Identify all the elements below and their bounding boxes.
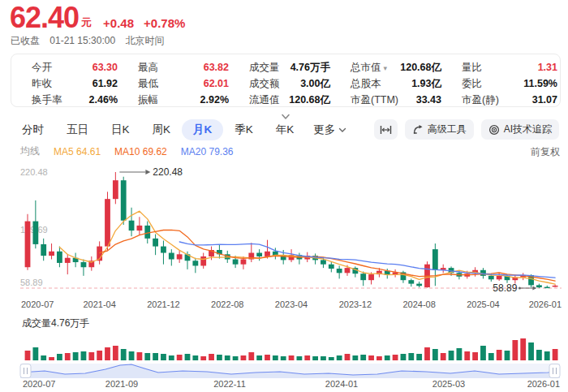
candle <box>432 249 438 270</box>
volume-bar <box>25 351 31 360</box>
volume-bar <box>480 346 486 360</box>
volume-bar <box>432 349 438 360</box>
volume-bar <box>233 356 239 360</box>
ma10-line <box>100 230 556 281</box>
stat-cell: 昨收61.92 <box>32 77 118 91</box>
tab-日K[interactable]: 日K <box>100 119 141 140</box>
date-axis-label: 2024-08 <box>402 299 435 309</box>
stat-label: 成交量 <box>249 61 280 75</box>
tab-分时[interactable]: 分时 <box>11 119 55 140</box>
candle <box>41 244 46 256</box>
stat-value: 1.93亿 <box>411 77 441 91</box>
caret-down-icon[interactable]: ▾ <box>384 64 388 72</box>
range-select-button[interactable] <box>374 119 398 140</box>
advanced-tools-label: 高级工具 <box>428 123 467 136</box>
tab-季K[interactable]: 季K <box>223 119 265 140</box>
navigator-handle-left[interactable] <box>20 364 31 378</box>
tab-周K[interactable]: 周K <box>141 119 183 140</box>
candle <box>345 268 351 273</box>
market-status-row: 已收盘 01-21 15:30:00 北京时间 <box>11 34 171 48</box>
volume-bar <box>464 351 470 360</box>
stat-cell: 成交量4.76万手 <box>249 61 330 75</box>
candle <box>57 252 62 263</box>
date-axis-label: 2020-07 <box>21 299 54 309</box>
date-axis-label: 2021-12 <box>147 299 179 309</box>
advanced-tools-button[interactable]: 高级工具 <box>405 119 474 140</box>
volume-bar <box>536 350 542 360</box>
stat-cell: 流通值120.68亿 <box>249 93 330 107</box>
candle <box>169 253 174 260</box>
date-axis-label: 2023-12 <box>339 299 372 309</box>
candle <box>144 226 150 239</box>
stat-cell: 振幅2.92% <box>138 93 229 107</box>
arrow-right-icon <box>532 286 536 291</box>
navigator-date-label: 2020-07 <box>23 379 55 389</box>
volume-bar <box>49 357 54 360</box>
volume-bar <box>41 355 46 360</box>
volume-bar <box>424 347 430 360</box>
stat-cell: 换手率2.46% <box>32 93 118 107</box>
stat-cell: 成交额3.00亿 <box>249 77 330 91</box>
ai-tracking-label: AI技术追踪 <box>504 123 552 136</box>
tab-月K[interactable]: 月K <box>182 119 223 140</box>
candle <box>416 284 422 286</box>
volume-bar <box>520 338 526 360</box>
navigator-handle-right[interactable] <box>549 364 560 378</box>
stat-value: 2.46% <box>89 94 118 106</box>
volume-bar <box>472 352 478 360</box>
stat-cell: 最低62.01 <box>138 77 229 91</box>
volume-bar <box>73 352 79 360</box>
stat-value: 120.68亿 <box>400 61 441 75</box>
stat-label: 最高 <box>138 61 158 75</box>
volume-bar <box>497 350 502 360</box>
candle <box>329 265 334 269</box>
volume-bar <box>200 356 206 360</box>
candle <box>32 222 38 244</box>
navigator-date-label: 2025-03 <box>432 379 465 389</box>
ma20-legend: MA20 79.36 <box>181 146 234 157</box>
collapse-stats-button[interactable] <box>279 110 292 118</box>
navigator-date-label: 2022-11 <box>213 379 246 389</box>
stock-detail-page: { "header": { "price": "62.40", "currenc… <box>0 0 568 392</box>
stat-value: 3.00亿 <box>300 77 330 91</box>
stat-value: 33.43 <box>416 94 441 106</box>
timezone: 北京时间 <box>125 35 164 46</box>
currency-unit: 元 <box>81 15 92 30</box>
more-menu-button[interactable]: 更多 <box>313 123 346 137</box>
stat-label: 市盈(静) <box>462 93 499 107</box>
stats-panel: 今开63.30最高63.82成交量4.76万手总市值▾120.68亿量比1.31… <box>11 54 561 107</box>
ai-tracking-button[interactable]: AI技术追踪 <box>481 119 559 140</box>
candle <box>544 287 550 289</box>
candle <box>129 221 135 230</box>
volume-bar <box>281 356 286 360</box>
volume-bar <box>553 349 558 360</box>
market-status: 已收盘 <box>11 35 40 46</box>
volume-bar <box>289 355 295 360</box>
stat-cell: 总市值▾120.68亿 <box>351 61 441 75</box>
volume-bar <box>441 353 446 360</box>
volume-bar <box>345 354 351 360</box>
volume-bar <box>97 351 102 360</box>
price-grid-label: 220.48 <box>20 167 48 177</box>
stat-label: 换手率 <box>32 93 62 107</box>
high-annotation-label: 220.48 <box>153 166 183 178</box>
price-header: 62.40 元 +0.48 +0.78% <box>10 3 185 32</box>
volume-bar <box>385 355 390 360</box>
stat-label: 最低 <box>138 77 158 91</box>
stat-cell: 市盈(静)31.07 <box>462 93 557 107</box>
tab-年K[interactable]: 年K <box>265 119 306 140</box>
price-change: +0.48 <box>103 16 134 30</box>
tab-五日[interactable]: 五日 <box>55 119 100 140</box>
stat-cell: 委比11.59% <box>462 77 557 91</box>
volume-bar <box>505 351 510 360</box>
range-icon <box>380 125 392 135</box>
volume-bar <box>512 340 518 360</box>
volume-bar <box>137 352 143 360</box>
volume-bar <box>161 354 166 360</box>
date-axis-label: 2023-04 <box>275 299 308 309</box>
volume-bar <box>297 356 303 360</box>
volume-bar <box>241 355 247 360</box>
volume-bar <box>337 355 342 360</box>
volume-bar <box>273 355 278 360</box>
navigator-date-label: 2021-09 <box>105 379 138 389</box>
